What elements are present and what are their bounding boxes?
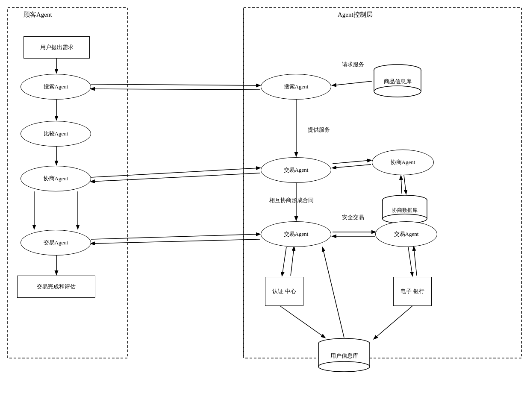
svg-line-10	[91, 89, 260, 90]
negotiate-db-node: 协商数据库	[380, 194, 430, 224]
trade-complete-node: 交易完成和评估	[17, 276, 95, 298]
control-section-label: Agent控制层	[338, 11, 373, 19]
mutual-negotiate-label: 相互协商形成合同	[269, 197, 314, 204]
compare-agent-node: 比较Agent	[21, 121, 91, 147]
provide-service-label: 提供服务	[308, 126, 330, 134]
svg-text:商品信息库: 商品信息库	[384, 78, 412, 85]
customer-section-label: 顾客Agent	[24, 11, 52, 19]
svg-line-17	[333, 160, 371, 164]
svg-line-13	[91, 234, 260, 239]
trade-agent-left-node: 交易Agent	[21, 230, 91, 256]
search-agent-mid-node: 搜索Agent	[261, 74, 331, 100]
negotiate-agent-right-node: 协商Agent	[372, 150, 434, 175]
svg-point-35	[374, 86, 421, 97]
svg-line-30	[323, 248, 344, 338]
trade-agent-right-node: 交易Agent	[375, 221, 437, 247]
negotiate-agent-left-node: 协商Agent	[21, 166, 91, 191]
product-db-node: 商品信息库	[372, 63, 423, 97]
auth-center-node: 认证 中心	[265, 277, 303, 306]
user-info-db-node: 用户信息库	[316, 338, 372, 373]
svg-line-12	[91, 173, 260, 182]
request-service-label: 请求服务	[342, 61, 364, 68]
svg-point-47	[318, 361, 370, 372]
svg-line-24	[282, 247, 286, 276]
svg-text:协商数据库: 协商数据库	[392, 207, 418, 213]
safe-trade-label: 安全交易	[342, 214, 364, 221]
svg-line-9	[91, 84, 260, 85]
svg-line-15	[333, 81, 372, 85]
trade-agent-mid2-node: 交易Agent	[261, 221, 331, 247]
trade-agent-mid-node: 交易Agent	[261, 157, 331, 183]
svg-text:用户信息库: 用户信息库	[330, 352, 358, 359]
svg-line-28	[280, 306, 325, 338]
e-bank-node: 电子 银行	[393, 277, 432, 306]
svg-line-14	[91, 239, 260, 244]
diagram: 顾客Agent Agent控制层 用户提出需求 搜索Agent 比较Agent …	[0, 0, 530, 420]
svg-line-18	[333, 164, 371, 168]
svg-line-11	[91, 168, 260, 177]
svg-line-25	[291, 247, 294, 276]
user-request-node: 用户提出需求	[24, 36, 90, 59]
search-agent-left-node: 搜索Agent	[21, 74, 91, 100]
